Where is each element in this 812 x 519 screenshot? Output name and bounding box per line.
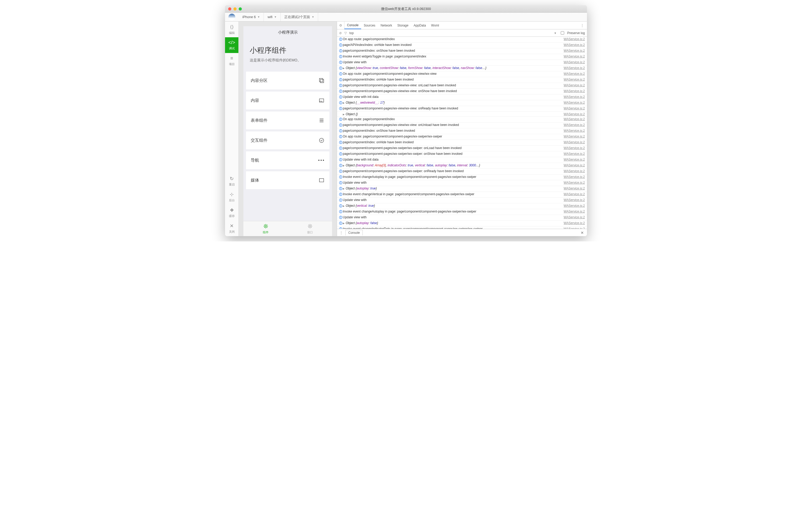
source-link[interactable]: WAService.js:2 [563,135,585,138]
source-link[interactable]: WAService.js:2 [563,158,585,161]
source-link[interactable]: WAService.js:2 [563,37,585,41]
layers-icon: ❖ [230,207,234,213]
sidebar-project[interactable]: ≡项目 [225,53,238,69]
sim-row[interactable]: 内容 [246,91,329,109]
source-link[interactable]: WAService.js:2 [563,152,585,156]
console-line: ⓘUpdate view withWAService.js:2 [337,215,587,221]
titlebar: 微信web开发者工具 v0.9.092300 [225,5,587,12]
source-link[interactable]: WAService.js:2 [563,43,585,47]
sim-row-label: 导航 [251,158,259,163]
toolbar: iPhone 6▼ wifi▼ 正在调试2个页面▼ [225,12,587,22]
source-link[interactable]: WAService.js:2 [563,221,585,225]
source-link[interactable]: WAService.js:2 [563,204,585,208]
filter-funnel-icon[interactable]: ▾ [554,31,556,35]
more-icon[interactable]: ⋮ [578,24,587,27]
info-icon: ⓘ [339,117,343,122]
sidebar-close[interactable]: ✕关闭 [225,220,238,236]
sim-row[interactable]: 导航••• [246,152,329,169]
status-dropdown[interactable]: 正在调试2个页面▼ [281,12,318,21]
user-avatar[interactable] [228,13,235,21]
sidebar-debug[interactable]: </>调试 [225,37,238,53]
info-icon: ⓘ [339,192,343,197]
sim-hero-subtitle: 这是展示小程序组件的DEMO。 [250,58,326,63]
devtools-tab-network[interactable]: Network [378,22,395,29]
devtools-tab-wxml[interactable]: Wxml [429,22,442,29]
preserve-log-checkbox[interactable] [561,31,564,35]
sim-tab-api[interactable]: ❊ 接口 [288,221,332,236]
console-line: ⓘpage/component/index: onShow have been … [337,128,587,134]
clear-console-icon[interactable]: ⊘ [339,31,342,35]
drawer-close-icon[interactable]: ✕ [578,230,587,235]
sidebar-edit[interactable]: ⟨⟩编辑 [225,22,238,37]
info-icon: ⓘ [339,146,343,151]
sidebar-cache[interactable]: ❖缓存 [225,204,238,220]
devtools-tabs: ⯐ ConsoleSourcesNetworkStorageAppDataWxm… [337,22,587,29]
devtools-tab-sources[interactable]: Sources [361,22,378,29]
source-link[interactable]: WAService.js:2 [563,78,585,81]
sidebar-background[interactable]: ⊹后台 [225,189,238,204]
sim-row[interactable]: 媒体 [246,171,329,189]
source-link[interactable]: WAService.js:2 [563,192,585,196]
console-line: ⓘ▶Object {__webviewId__: 17}WAService.js… [337,100,587,106]
close-icon: ✕ [230,223,234,229]
info-icon: ⓘ [339,72,343,76]
network-dropdown[interactable]: wifi▼ [264,12,281,21]
sim-row-label: 表单组件 [251,118,267,123]
sim-row[interactable]: 交互组件 [246,132,329,149]
info-icon: ⓘ [339,187,343,191]
source-link[interactable]: WAService.js:2 [563,169,585,173]
source-link[interactable]: WAService.js:2 [563,117,585,121]
source-link[interactable]: WAService.js:2 [563,198,585,202]
source-link[interactable]: WAService.js:2 [563,210,585,213]
source-link[interactable]: WAService.js:2 [563,95,585,99]
console-line: ⓘOn app route: page/component/indexWASer… [337,37,587,43]
filter-icon[interactable]: ▽ [344,31,347,35]
source-link[interactable]: WAService.js:2 [563,89,585,93]
console-line: ⓘ▶Object {vertical: true}WAService.js:2 [337,203,587,209]
info-icon: ⓘ [339,89,343,94]
source-link[interactable]: WAService.js:2 [563,55,585,58]
info-icon: ⓘ [339,198,343,202]
source-link[interactable]: WAService.js:2 [563,181,585,185]
source-link[interactable]: WAService.js:2 [563,175,585,179]
console-line: ⓘInvoke event changeVertical in page: pa… [337,192,587,197]
info-icon: ⓘ [339,215,343,220]
source-link[interactable]: WAService.js:2 [563,187,585,190]
source-link[interactable]: WAService.js:2 [563,60,585,64]
source-link[interactable]: WAService.js:2 [563,112,585,116]
source-link[interactable]: WAService.js:2 [563,129,585,133]
source-link[interactable]: WAService.js:2 [563,215,585,219]
device-dropdown[interactable]: iPhone 6▼ [239,12,264,21]
source-link[interactable]: WAService.js:2 [563,140,585,144]
source-link[interactable]: WAService.js:2 [563,163,585,167]
source-link[interactable]: WAService.js:2 [563,227,585,229]
source-link[interactable]: WAService.js:2 [563,123,585,127]
devtools-tab-storage[interactable]: Storage [395,22,411,29]
console-output[interactable]: ⓘOn app route: page/component/indexWASer… [337,37,587,229]
source-link[interactable]: WAService.js:2 [563,72,585,76]
console-line: ⓘ▶Object {autoplay: true}WAService.js:2 [337,186,587,192]
sim-tab-component[interactable]: ❊ 组件 [243,221,288,236]
source-link[interactable]: WAService.js:2 [563,49,585,53]
drawer-more-icon[interactable]: ⋮ [337,231,345,235]
source-link[interactable]: WAService.js:2 [563,146,585,150]
devtools-tab-appdata[interactable]: AppData [411,22,429,29]
sim-navbar-title: 小程序演示 [243,26,332,38]
source-link[interactable]: WAService.js:2 [563,66,585,70]
sim-row[interactable]: 表单组件 [246,111,329,129]
inspect-icon[interactable]: ⯐ [337,22,344,29]
row-icon: ••• [318,157,325,163]
source-link[interactable]: WAService.js:2 [563,107,585,110]
context-selector[interactable]: top [349,31,354,35]
menu-icon: ≡ [230,56,233,61]
drawer-tab-console[interactable]: Console [345,230,363,235]
sim-row-label: 内容分区 [251,78,267,83]
chevron-down-icon: ▼ [312,16,314,18]
source-link[interactable]: WAService.js:2 [563,101,585,104]
info-icon: ⓘ [339,175,343,180]
sim-row[interactable]: 内容分区 [246,72,329,89]
source-link[interactable]: WAService.js:2 [563,83,585,87]
info-icon: ⓘ [339,43,343,48]
sidebar-restart[interactable]: ↻重启 [225,173,238,189]
devtools-tab-console[interactable]: Console [344,22,361,29]
